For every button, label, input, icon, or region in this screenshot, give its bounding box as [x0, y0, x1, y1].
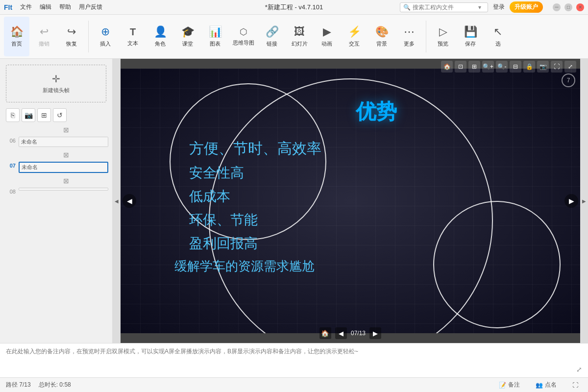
- toolbar-insert[interactable]: ⊕ 插入: [93, 17, 118, 56]
- toolbar-chart[interactable]: 📊 图表: [202, 17, 228, 56]
- canvas-area: 🏠 ⊡ ⊞ 🔍+ 🔍- ⊟ 🔒 📷 ⛶ ⤢ ◀ 7 优势 方: [121, 59, 580, 343]
- canvas-slide-nav: 07/13: [351, 330, 366, 337]
- menu-edit[interactable]: 编辑: [40, 3, 51, 11]
- canvas-nav-next[interactable]: ▶: [369, 327, 381, 339]
- toolbar-home[interactable]: 🏠 首页: [4, 17, 29, 56]
- path-status: 路径 7/13: [6, 381, 31, 389]
- slide-label-6: 未命名: [19, 137, 108, 147]
- slide-item-6[interactable]: 06 VP体系发现 让学车更轻松 所以 未命名: [0, 135, 112, 149]
- canvas-camera-btn[interactable]: 📷: [537, 61, 549, 73]
- slide-thumb-container-6: VP体系发现 让学车更轻松 所以 未命名: [19, 137, 108, 147]
- point-name-button[interactable]: 👥 点名: [532, 380, 561, 390]
- bg-icon: 🎨: [375, 25, 389, 38]
- slide-thumb-container-7: 优势 方便、节时、高效率 安全性高 低成本 环保、节能 盈利回报高 缓解学车的资…: [19, 162, 108, 173]
- slide-item-7[interactable]: 07 优势 方便、节时、高效率 安全性高: [0, 160, 112, 175]
- chart-icon: 📊: [209, 25, 222, 38]
- slide-thumb-container-8: 苏 苏不是别 所以: [19, 188, 108, 191]
- panel-collapse-right[interactable]: ▶: [580, 59, 588, 343]
- slide-item-8[interactable]: 08 苏 苏不是别 所以: [0, 186, 112, 196]
- toolbar-animate[interactable]: ▶ 动画: [314, 17, 340, 56]
- circle-bottom-right: [433, 201, 561, 328]
- slide-text-6: 缓解学车的资源需求尴尬: [174, 257, 315, 276]
- select-icon: ↖: [493, 25, 502, 38]
- window-controls: ─ □ ✕: [553, 3, 584, 11]
- canvas-nav-prev[interactable]: ◀: [335, 327, 347, 339]
- status-bar: 路径 7/13 总时长: 0:58 📝 备注 👥 点名 ⛶: [0, 377, 588, 392]
- app-logo: FIt: [4, 3, 12, 11]
- canvas-expand-btn[interactable]: ⤢: [564, 61, 576, 73]
- slide-divider-7: ⊠: [0, 149, 112, 160]
- menu-feedback[interactable]: 用户反馈: [79, 3, 102, 11]
- toolbar-more[interactable]: ⋯ 更多: [396, 17, 422, 56]
- close-button[interactable]: ✕: [576, 3, 584, 11]
- toolbar-class[interactable]: 🎓 课堂: [175, 17, 200, 56]
- slide-number-8: 08: [4, 188, 16, 195]
- duration-status: 总时长: 0:58: [39, 381, 71, 389]
- canvas-fit-btn[interactable]: ⊞: [468, 61, 480, 73]
- insert-icon: ⊕: [101, 25, 110, 38]
- toolbar-save[interactable]: 💾 保存: [458, 17, 483, 56]
- toolbar-select[interactable]: ↖ 选: [485, 17, 511, 56]
- search-icon: 🔍: [403, 4, 411, 11]
- fit-button[interactable]: ⊞: [37, 108, 51, 122]
- menu-bar: 文件 编辑 帮助 用户反馈: [20, 3, 102, 11]
- slide-number-7: 07: [4, 162, 16, 169]
- copy-slide-button[interactable]: ⎘: [6, 108, 20, 122]
- slide-actions: ⎘ 📷 ⊞ ↺: [0, 106, 112, 124]
- canvas-home-btn[interactable]: 🏠: [441, 61, 453, 73]
- new-frame-button[interactable]: ✛ 新建镜头帧: [6, 65, 106, 102]
- notes-expand-icon[interactable]: ⤢: [576, 366, 582, 373]
- next-slide-button[interactable]: ▶: [564, 194, 578, 208]
- toolbar-mindmap[interactable]: ⬡ 思维导图: [230, 17, 257, 56]
- panel-collapse-left[interactable]: ◀: [113, 59, 121, 343]
- canvas-zoom-out-btn[interactable]: 🔍-: [496, 61, 508, 73]
- redo-icon: ↪: [67, 25, 76, 38]
- canvas-fullscreen-btn[interactable]: ⛶: [551, 61, 563, 73]
- minimize-button[interactable]: ─: [553, 3, 561, 11]
- search-input[interactable]: [413, 4, 476, 11]
- camera-button[interactable]: 📷: [22, 108, 35, 122]
- canvas-frame-btn[interactable]: ⊡: [455, 61, 466, 73]
- slide-number-6: 06: [4, 137, 16, 144]
- canvas-grid-btn[interactable]: ⊟: [510, 61, 521, 73]
- maximize-button[interactable]: □: [564, 3, 572, 11]
- canvas-zoom-in-btn[interactable]: 🔍+: [482, 61, 494, 73]
- search-arrow-icon: ▾: [478, 4, 481, 11]
- role-icon: 👤: [154, 25, 167, 38]
- toolbar-ppt[interactable]: 🖼 幻灯片: [287, 17, 312, 56]
- toolbar-preview[interactable]: ▷ 预览: [430, 17, 456, 56]
- toolbar-link[interactable]: 🔗 链接: [259, 17, 285, 56]
- toolbar: 🏠 首页 ↩ 撤销 ↪ 恢复 ⊕ 插入 T 文本 👤 角色 🎓 课堂 📊 图表 …: [0, 15, 588, 59]
- toolbar-bg[interactable]: 🎨 背景: [369, 17, 394, 56]
- refresh-button[interactable]: ↺: [53, 108, 67, 122]
- login-button[interactable]: 登录: [493, 3, 505, 11]
- slide-label-8: [19, 188, 108, 190]
- notes-textarea[interactable]: [6, 347, 582, 373]
- toolbar-redo[interactable]: ↪ 恢复: [59, 17, 84, 56]
- upgrade-button[interactable]: 升级账户: [510, 1, 543, 13]
- status-right: 📝 备注 👥 点名 ⛶: [495, 380, 582, 390]
- fullscreen-button[interactable]: ⛶: [568, 381, 582, 390]
- toolbar-text[interactable]: T 文本: [120, 17, 146, 56]
- text-icon: T: [130, 26, 136, 38]
- ppt-icon: 🖼: [294, 25, 305, 38]
- prev-slide-button[interactable]: ◀: [122, 194, 136, 208]
- divider-icon: ⊠: [63, 126, 69, 134]
- home-icon: 🏠: [10, 25, 24, 38]
- toolbar-undo[interactable]: ↩ 撤销: [31, 17, 57, 56]
- plus-icon: ✛: [52, 73, 60, 85]
- canvas-nav-home[interactable]: 🏠: [319, 327, 331, 339]
- toolbar-sep-1: [88, 21, 89, 52]
- menu-file[interactable]: 文件: [20, 3, 32, 11]
- search-box[interactable]: 🔍 ▾: [400, 2, 488, 12]
- toolbar-role[interactable]: 👤 角色: [147, 17, 173, 56]
- animate-icon: ▶: [323, 25, 331, 38]
- menu-help[interactable]: 帮助: [59, 3, 71, 11]
- canvas-lock-btn[interactable]: 🔒: [523, 61, 535, 73]
- preview-icon: ▷: [439, 25, 447, 38]
- slide-divider-8: ⊠: [0, 175, 112, 186]
- mindmap-icon: ⬡: [240, 26, 247, 37]
- annotation-button[interactable]: 📝 备注: [495, 380, 524, 390]
- title-right: 🔍 ▾ 登录 升级账户 ─ □ ✕: [400, 1, 584, 13]
- toolbar-interact[interactable]: ⚡ 交互: [342, 17, 367, 56]
